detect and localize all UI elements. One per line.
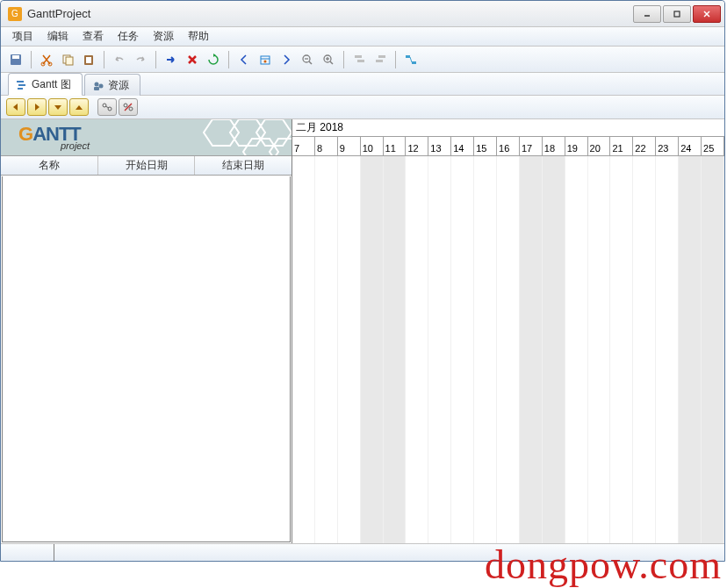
outdent-icon[interactable] [371, 50, 390, 69]
column-end-date[interactable]: 结束日期 [195, 156, 292, 175]
menu-help[interactable]: 帮助 [182, 27, 215, 46]
svg-rect-23 [357, 60, 364, 62]
svg-marker-43 [270, 139, 292, 156]
menu-resources[interactable]: 资源 [147, 27, 180, 46]
svg-rect-1 [674, 11, 680, 17]
chart-day-column [315, 156, 338, 543]
chart-day-column [474, 156, 497, 543]
svg-rect-30 [18, 88, 23, 90]
refresh-icon[interactable] [204, 50, 223, 69]
zoom-out-icon[interactable] [298, 50, 317, 69]
chart-day-column [292, 156, 315, 543]
chart-day-column [520, 156, 543, 543]
svg-rect-22 [355, 55, 362, 58]
task-tree-body[interactable] [2, 176, 291, 542]
svg-rect-27 [412, 61, 416, 64]
goto-icon[interactable] [162, 50, 181, 69]
timeline-day-cell: 23 [656, 137, 679, 155]
chart-day-column [656, 156, 679, 543]
copy-icon[interactable] [58, 50, 77, 69]
svg-point-14 [264, 60, 267, 62]
nav-up-button[interactable] [69, 98, 89, 116]
zoom-in-icon[interactable] [319, 50, 338, 69]
today-icon[interactable] [256, 50, 275, 69]
chart-day-column [361, 156, 384, 543]
menu-project[interactable]: 项目 [6, 27, 40, 46]
resources-icon [92, 80, 104, 92]
column-name[interactable]: 名称 [1, 156, 98, 175]
svg-rect-24 [378, 55, 385, 58]
unlink-tasks-button[interactable] [119, 98, 138, 116]
svg-marker-41 [256, 119, 292, 146]
gantt-chart-body[interactable] [292, 156, 724, 543]
svg-point-38 [129, 107, 133, 111]
nav-forward-button[interactable] [27, 98, 47, 116]
chart-day-column [451, 156, 474, 543]
menu-tasks[interactable]: 任务 [112, 27, 145, 46]
prev-icon[interactable] [234, 50, 254, 69]
titlebar: G GanttProject [1, 1, 724, 27]
menu-edit[interactable]: 编辑 [41, 27, 75, 46]
timeline-day-cell: 24 [679, 137, 702, 155]
tab-strip: Gantt 图 资源 [1, 73, 724, 96]
timeline-day-cell: 19 [565, 137, 588, 155]
svg-marker-44 [204, 119, 239, 146]
link-tasks-button[interactable] [97, 98, 117, 116]
svg-rect-11 [86, 57, 91, 63]
timeline-day-cell: 20 [588, 137, 611, 155]
nav-back-button[interactable] [6, 98, 25, 116]
tab-gantt[interactable]: Gantt 图 [8, 73, 83, 96]
minimize-button[interactable] [633, 5, 661, 23]
chart-day-column [428, 156, 451, 543]
timeline-day-cell: 8 [315, 137, 338, 155]
svg-rect-26 [406, 55, 410, 58]
svg-rect-29 [18, 84, 25, 86]
main-toolbar [1, 47, 724, 73]
link-icon[interactable] [401, 50, 421, 69]
undo-icon[interactable] [110, 50, 129, 69]
maximize-button[interactable] [663, 5, 691, 23]
delete-icon[interactable] [183, 50, 202, 69]
chart-day-column [565, 156, 588, 543]
svg-line-36 [105, 106, 109, 108]
tree-header: 名称 开始日期 结束日期 [1, 156, 292, 176]
next-icon[interactable] [277, 50, 296, 69]
cut-icon[interactable] [37, 50, 56, 69]
paste-icon[interactable] [79, 50, 98, 69]
indent-icon[interactable] [349, 50, 369, 69]
svg-line-19 [330, 61, 333, 64]
save-icon[interactable] [6, 50, 25, 69]
app-icon: G [8, 7, 22, 21]
chart-day-column [633, 156, 656, 543]
menubar: 项目 编辑 查看 任务 资源 帮助 [1, 27, 724, 47]
svg-rect-25 [376, 60, 383, 62]
nav-down-button[interactable] [48, 98, 68, 116]
svg-point-32 [98, 83, 103, 88]
svg-line-16 [309, 61, 312, 64]
chart-day-column [338, 156, 361, 543]
timeline-day-cell: 17 [520, 137, 543, 155]
svg-rect-5 [12, 55, 19, 59]
redo-icon[interactable] [131, 50, 150, 69]
timeline-day-cell: 11 [384, 137, 407, 155]
timeline-day-cell: 15 [474, 137, 497, 155]
timeline-day-cell: 16 [497, 137, 520, 155]
chart-day-column [384, 156, 407, 543]
tab-resources[interactable]: 资源 [84, 74, 140, 96]
svg-rect-33 [94, 87, 99, 90]
column-start-date[interactable]: 开始日期 [98, 156, 196, 175]
timeline-day-cell: 18 [543, 137, 565, 155]
menu-view[interactable]: 查看 [76, 27, 110, 46]
gantt-icon [16, 79, 28, 91]
tab-resources-label: 资源 [108, 78, 129, 93]
timeline-day-cell: 25 [702, 137, 724, 155]
svg-point-31 [94, 82, 98, 86]
close-button[interactable] [693, 5, 721, 23]
svg-rect-28 [17, 81, 24, 82]
timeline-day-cell: 14 [451, 137, 474, 155]
timeline-day-cell: 21 [610, 137, 633, 155]
timeline-days-row: 78910111213141516171819202122232425 [292, 137, 724, 155]
tab-gantt-label: Gantt 图 [32, 77, 71, 92]
logo-area: GANTT project [1, 119, 292, 156]
gantt-chart-panel: 二月 2018 78910111213141516171819202122232… [292, 119, 724, 543]
